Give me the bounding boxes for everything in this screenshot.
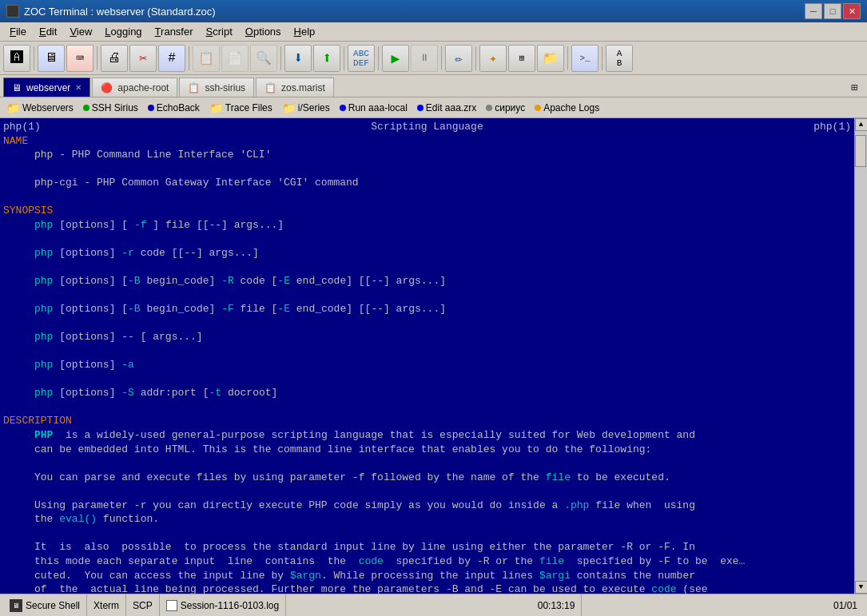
blank-6 bbox=[3, 316, 851, 331]
bookmark-apache-dot bbox=[535, 105, 541, 111]
toolbar-btn-terminal[interactable]: >_ bbox=[571, 45, 599, 72]
toolbar-btn-print[interactable]: 🖨 bbox=[101, 45, 128, 72]
tab-zos-marist[interactable]: 📋 zos.marist bbox=[256, 77, 334, 97]
close-button[interactable]: ✕ bbox=[843, 3, 861, 19]
terminal[interactable]: php(1) Scripting Language php(1) NAME ph… bbox=[0, 118, 854, 594]
xterm-label: Xterm bbox=[93, 600, 119, 611]
status-pages: 01/01 bbox=[827, 594, 864, 616]
desc-3b: the eval() function. bbox=[3, 512, 851, 527]
minimize-button[interactable]: ─ bbox=[805, 3, 822, 19]
tab-ssh-sirius-label: ssh-sirius bbox=[205, 82, 245, 93]
menu-view[interactable]: View bbox=[63, 24, 98, 39]
toolbar-btn-grid[interactable]: ⊞ bbox=[508, 45, 535, 72]
bookmark-webservers[interactable]: 📁 Webservers bbox=[3, 101, 77, 115]
app-icon bbox=[6, 5, 19, 18]
menu-logging[interactable]: Logging bbox=[98, 24, 148, 39]
bookmark-apache-label: Apache Logs bbox=[543, 102, 599, 113]
scrollbar-track[interactable] bbox=[855, 131, 868, 581]
section-description-label: DESCRIPTION bbox=[3, 414, 851, 428]
desc-3: Using parameter -r you can directly exec… bbox=[3, 499, 851, 513]
toolbar-btn-cmd[interactable]: ⌨ bbox=[66, 45, 93, 72]
blank-3 bbox=[3, 232, 851, 246]
toolbar-btn-play[interactable]: ▶ bbox=[382, 45, 409, 72]
name-phpcgi-line: php-cgi - PHP Common Gateway Interface '… bbox=[3, 176, 851, 190]
menu-file[interactable]: File bbox=[3, 24, 33, 39]
toolbar-btn-copy[interactable]: 📋 bbox=[193, 45, 220, 72]
menu-edit[interactable]: Edit bbox=[33, 24, 63, 39]
tab-ssh-sirius[interactable]: 📋 ssh-sirius bbox=[179, 77, 254, 97]
bookmark-run-aaa-local[interactable]: Run aaa-local bbox=[336, 101, 411, 114]
desc-4b: this mode each separate input line conta… bbox=[3, 554, 851, 569]
secure-shell-icon: 🖥 bbox=[10, 599, 22, 612]
blank-5 bbox=[3, 288, 851, 303]
synopsis-1: php [options] [ -f ] file [[--] args...] bbox=[3, 218, 851, 232]
bookmark-trace-files-icon: 📁 bbox=[209, 101, 223, 114]
blank-7 bbox=[3, 344, 851, 359]
bookmark-apache-logs[interactable]: Apache Logs bbox=[531, 101, 603, 114]
title-bar-left: ZOC Terminal : webserver (Standard.zoc) bbox=[6, 5, 216, 18]
terminal-header-left: php(1) bbox=[3, 120, 41, 134]
tab-webserver-icon: 🖥 bbox=[12, 82, 22, 93]
toolbar-sep-9 bbox=[567, 46, 568, 70]
maximize-button[interactable]: □ bbox=[824, 3, 841, 19]
window-title: ZOC Terminal : webserver (Standard.zoc) bbox=[24, 6, 216, 18]
toolbar-sep-5 bbox=[344, 46, 344, 70]
toolbar-btn-az2[interactable]: AB bbox=[606, 45, 633, 72]
toolbar-btn-az[interactable]: 🅰 bbox=[3, 45, 30, 72]
bookmark-webservers-label: Webservers bbox=[22, 102, 74, 113]
bookmark-edit-aaa-zrx[interactable]: Edit aaa.zrx bbox=[414, 101, 479, 114]
desc-4: It is also possible to process the stand… bbox=[3, 540, 851, 554]
toolbar-sep-4 bbox=[280, 46, 281, 70]
scrollbar-up[interactable]: ▲ bbox=[855, 118, 868, 131]
toolbar-btn-star[interactable]: ✦ bbox=[479, 45, 507, 72]
blank-11 bbox=[3, 484, 851, 499]
tab-ssh-sirius-icon: 📋 bbox=[188, 82, 200, 93]
toolbar-btn-edit[interactable]: ✏ bbox=[445, 45, 472, 72]
bookmark-webservers-icon: 📁 bbox=[6, 101, 20, 114]
bookmark-trace-files[interactable]: 📁 Trace Files bbox=[206, 101, 276, 115]
toolbar-sep-3 bbox=[189, 46, 189, 70]
toolbar-btn-paste[interactable]: 📄 bbox=[221, 45, 249, 72]
title-bar-controls: ─ □ ✕ bbox=[805, 3, 861, 19]
toolbar-sep-7 bbox=[441, 46, 442, 70]
desc-2: You can parse and execute files by using… bbox=[3, 471, 851, 485]
section-description: DESCRIPTION PHP is a widely-used general… bbox=[3, 414, 851, 594]
menu-help[interactable]: Help bbox=[288, 24, 322, 39]
bookmark-iseries[interactable]: 📁 i/Series bbox=[279, 101, 333, 115]
terminal-wrapper: php(1) Scripting Language php(1) NAME ph… bbox=[0, 118, 867, 594]
bookmark-echoback[interactable]: EchoBack bbox=[145, 101, 203, 114]
synopsis-5: php [options] -- [ args...] bbox=[3, 330, 851, 344]
menu-transfer[interactable]: Transfer bbox=[149, 24, 200, 39]
blank-12 bbox=[3, 527, 851, 541]
bookmark-trace-files-label: Trace Files bbox=[225, 102, 272, 113]
toolbar-btn-down[interactable]: ⬇ bbox=[284, 45, 312, 72]
toolbar-btn-abc[interactable]: ABCDEF bbox=[348, 45, 375, 72]
toolbar-btn-cut[interactable]: ✂ bbox=[129, 45, 157, 72]
toolbar-btn-pause[interactable]: ⏸ bbox=[411, 45, 438, 72]
bookmark-ssh-sirius[interactable]: SSH Sirius bbox=[80, 101, 141, 114]
blank-9 bbox=[3, 400, 851, 415]
status-time: 00:13:19 bbox=[531, 594, 583, 616]
toolbar-btn-up[interactable]: ⬆ bbox=[313, 45, 340, 72]
tab-apache-root[interactable]: 🔴 apache-root bbox=[92, 77, 177, 97]
tab-webserver[interactable]: 🖥 webserver ✕ bbox=[3, 77, 90, 97]
toolbar-btn-folder[interactable]: 📁 bbox=[537, 45, 564, 72]
tab-grid-button[interactable]: ⊞ bbox=[845, 77, 864, 97]
scrollbar-down[interactable]: ▼ bbox=[855, 581, 868, 594]
toolbar-btn-hash[interactable]: # bbox=[158, 45, 185, 72]
blank-2 bbox=[3, 190, 851, 205]
tab-webserver-close[interactable]: ✕ bbox=[75, 83, 82, 92]
status-scp: SCP bbox=[126, 594, 160, 616]
session-log-checkbox[interactable] bbox=[166, 600, 177, 611]
toolbar-btn-connect[interactable]: 🖥 bbox=[38, 45, 65, 72]
scrollbar-thumb[interactable] bbox=[855, 135, 866, 167]
bookmark-echoback-dot bbox=[148, 105, 154, 111]
toolbar-btn-find[interactable]: 🔍 bbox=[250, 45, 277, 72]
bookmark-echoback-label: EchoBack bbox=[157, 102, 200, 113]
bookmark-sirius[interactable]: сириус bbox=[483, 101, 528, 114]
menu-script[interactable]: Script bbox=[200, 24, 239, 39]
menu-options[interactable]: Options bbox=[239, 24, 288, 39]
secure-shell-label: Secure Shell bbox=[26, 600, 80, 611]
desc-1: PHP is a widely-used general-purpose scr… bbox=[3, 428, 851, 443]
section-synopsis-label: SYNOPSIS bbox=[3, 204, 851, 218]
